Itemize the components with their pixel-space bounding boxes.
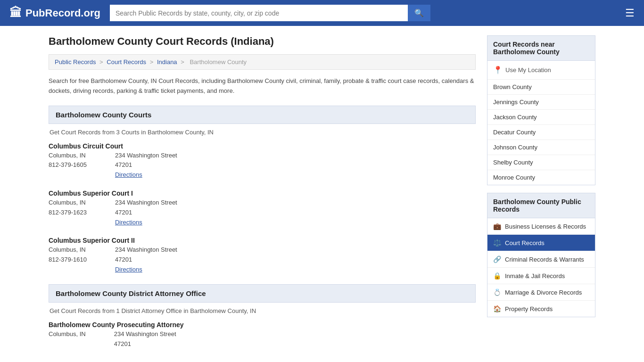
- directions-link-3[interactable]: Directions: [115, 266, 142, 273]
- district-section-header: Bartholomew County District Attorney Off…: [49, 284, 476, 303]
- record-label-criminal: Criminal Records & Warrants: [505, 256, 584, 263]
- nearby-county-link-6[interactable]: Shelby County: [487, 155, 595, 170]
- record-label-marriage: Marriage & Divorce Records: [505, 289, 582, 296]
- inmate-icon: 🔒: [493, 272, 501, 280]
- breadcrumb: Public Records > Court Records > Indiana…: [49, 54, 476, 70]
- logo-icon: 🏛: [9, 6, 22, 20]
- site-header: 🏛 PubRecord.org 🔍 ☰: [0, 0, 644, 26]
- logo[interactable]: 🏛 PubRecord.org: [9, 6, 100, 20]
- record-label-court: Court Records: [505, 239, 545, 247]
- record-link-property[interactable]: 🏠 Property Records: [487, 301, 595, 317]
- record-item-marriage: 💍 Marriage & Divorce Records: [487, 284, 595, 301]
- nearby-county-1: Brown County: [487, 80, 595, 95]
- menu-button[interactable]: ☰: [625, 7, 635, 19]
- record-item-property: 🏠 Property Records: [487, 301, 595, 317]
- sidebar: Court Records near Bartholomew County 📍 …: [487, 35, 595, 358]
- court-name-2: Columbus Superior Court I: [49, 189, 476, 197]
- court-city-2: Columbus, IN: [49, 198, 87, 208]
- record-link-criminal[interactable]: 🔗 Criminal Records & Warrants: [487, 251, 595, 267]
- criminal-icon: 🔗: [493, 255, 501, 263]
- record-item-inmate: 🔒 Inmate & Jail Records: [487, 268, 595, 284]
- court-phone-2: 812-379-1623: [49, 208, 87, 218]
- logo-text: PubRecord.org: [25, 7, 100, 19]
- marriage-icon: 💍: [493, 288, 501, 296]
- court-address-2: 234 Washington Street: [115, 198, 177, 208]
- district-zip: 47201: [114, 339, 176, 349]
- record-label-business: Business Licenses & Records: [505, 223, 586, 230]
- breadcrumb-sep-2: >: [150, 58, 155, 66]
- court-address-1: 234 Washington Street: [115, 151, 177, 161]
- nearby-county-5: Johnson County: [487, 140, 595, 155]
- record-link-court[interactable]: ⚖️ Court Records: [487, 235, 595, 251]
- location-label: Use My Location: [505, 66, 551, 74]
- nearby-county-7: Monroe County: [487, 170, 595, 185]
- courts-section-sub: Get Court Records from 3 Courts in Barth…: [49, 129, 476, 136]
- business-icon: 💼: [493, 222, 501, 230]
- nearby-box: Court Records near Bartholomew County 📍 …: [487, 35, 595, 185]
- record-link-inmate[interactable]: 🔒 Inmate & Jail Records: [487, 268, 595, 284]
- district-city: Columbus, IN: [49, 329, 86, 339]
- record-item-criminal: 🔗 Criminal Records & Warrants: [487, 251, 595, 268]
- nearby-county-6: Shelby County: [487, 155, 595, 170]
- district-section-sub: Get Court Records from 1 District Attorn…: [49, 307, 476, 314]
- directions-link-2[interactable]: Directions: [115, 219, 142, 226]
- content-wrapper: Bartholomew County Court Records (Indian…: [39, 26, 605, 362]
- nearby-header: Court Records near Bartholomew County: [487, 36, 595, 61]
- court-zip-1: 47201: [115, 160, 177, 170]
- court-phone-1: 812-379-1605: [49, 160, 87, 170]
- court-entry-3: Columbus Superior Court II Columbus, IN …: [49, 237, 476, 274]
- court-icon: ⚖️: [493, 239, 501, 247]
- public-records-box: Bartholomew County Public Records 💼 Busi…: [487, 193, 595, 317]
- record-link-marriage[interactable]: 💍 Marriage & Divorce Records: [487, 284, 595, 300]
- court-city-3: Columbus, IN: [49, 245, 87, 255]
- record-label-property: Property Records: [505, 305, 553, 313]
- breadcrumb-sep-3: >: [181, 58, 186, 66]
- court-city-1: Columbus, IN: [49, 151, 87, 161]
- record-item-business: 💼 Business Licenses & Records: [487, 218, 595, 235]
- nearby-county-list: Brown County Jennings County Jackson Cou…: [487, 80, 595, 185]
- court-zip-2: 47201: [115, 208, 177, 218]
- record-item-court: ⚖️ Court Records: [487, 235, 595, 251]
- use-my-location[interactable]: 📍 Use My Location: [487, 61, 595, 80]
- breadcrumb-public-records[interactable]: Public Records: [55, 58, 96, 66]
- nearby-county-2: Jennings County: [487, 95, 595, 110]
- nearby-county-link-2[interactable]: Jennings County: [487, 95, 595, 109]
- nearby-county-link-5[interactable]: Johnson County: [487, 140, 595, 155]
- search-input[interactable]: [110, 5, 408, 21]
- court-name-1: Columbus Circuit Court: [49, 142, 476, 150]
- district-entry: Bartholomew County Prosecuting Attorney …: [49, 321, 476, 349]
- location-icon: 📍: [493, 66, 503, 74]
- page-title: Bartholomew County Court Records (Indian…: [49, 35, 476, 48]
- court-address-3: 234 Washington Street: [115, 245, 177, 255]
- nearby-county-4: Decatur County: [487, 125, 595, 140]
- breadcrumb-sep-1: >: [99, 58, 105, 66]
- court-entry-1: Columbus Circuit Court Columbus, IN 812-…: [49, 142, 476, 180]
- public-records-list: 💼 Business Licenses & Records ⚖️ Court R…: [487, 218, 595, 317]
- court-phone-3: 812-379-1610: [49, 255, 87, 265]
- search-button[interactable]: 🔍: [408, 5, 430, 21]
- district-address: 234 Washington Street: [114, 329, 176, 339]
- main-content: Bartholomew County Court Records (Indian…: [49, 35, 476, 358]
- public-records-header: Bartholomew County Public Records: [487, 193, 595, 218]
- record-label-inmate: Inmate & Jail Records: [505, 272, 565, 280]
- court-name-3: Columbus Superior Court II: [49, 237, 476, 244]
- nearby-county-link-4[interactable]: Decatur County: [487, 125, 595, 140]
- court-zip-3: 47201: [115, 255, 177, 265]
- search-area: 🔍: [110, 5, 430, 21]
- property-icon: 🏠: [493, 305, 501, 313]
- nearby-county-3: Jackson County: [487, 110, 595, 125]
- nearby-county-link-7[interactable]: Monroe County: [487, 170, 595, 185]
- breadcrumb-court-records[interactable]: Court Records: [107, 58, 146, 66]
- record-link-business[interactable]: 💼 Business Licenses & Records: [487, 218, 595, 234]
- breadcrumb-indiana[interactable]: Indiana: [157, 58, 177, 66]
- page-description: Search for free Bartholomew County, IN C…: [49, 76, 476, 96]
- district-name: Bartholomew County Prosecuting Attorney: [49, 321, 476, 329]
- breadcrumb-county: Bartholomew County: [190, 58, 247, 66]
- directions-link-1[interactable]: Directions: [115, 171, 142, 178]
- nearby-county-link-3[interactable]: Jackson County: [487, 110, 595, 124]
- nearby-county-link-1[interactable]: Brown County: [487, 80, 595, 94]
- courts-section-header: Bartholomew County Courts: [49, 106, 476, 124]
- court-entry-2: Columbus Superior Court I Columbus, IN 8…: [49, 189, 476, 227]
